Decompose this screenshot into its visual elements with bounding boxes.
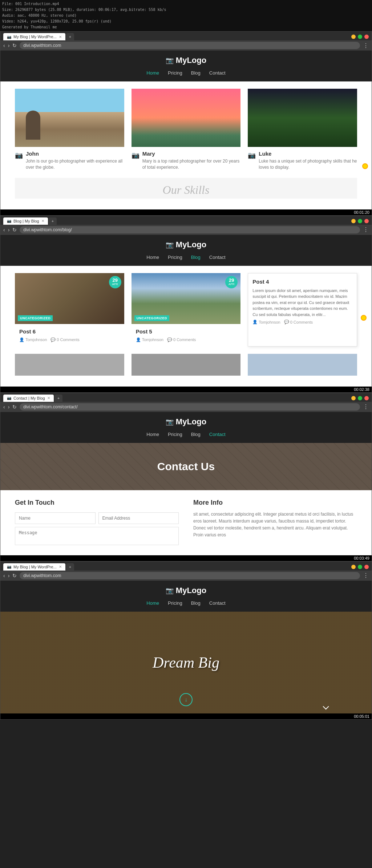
nav-blog-4[interactable]: Blog <box>191 600 201 606</box>
back-btn-1[interactable]: ‹ <box>3 43 5 48</box>
timestamp-2: 00:02:38 <box>0 387 372 392</box>
close-btn-3[interactable] <box>364 396 369 400</box>
close-btn-4[interactable] <box>364 565 369 569</box>
photo-john-img <box>15 89 124 147</box>
maximize-btn-2[interactable] <box>358 219 362 223</box>
timestamp-1: 00:01:20 <box>0 209 372 215</box>
blog-preview-2 <box>132 354 241 376</box>
nav-contact-1[interactable]: Contact <box>209 70 226 76</box>
timestamp-value-4: 00:05:01 <box>354 714 369 719</box>
video-audio: Audio: aac, 48000 Hz, stereo (und) <box>2 13 370 19</box>
tab-contact-3[interactable]: 📷 Contact | My Blog ✕ <box>3 395 54 402</box>
tab-close-1[interactable]: ✕ <box>59 35 62 39</box>
menu-dots-1[interactable]: ⋮ <box>363 42 369 49</box>
tab-home-4[interactable]: 📷 My Blog | My WordPre... ✕ <box>3 563 65 571</box>
post4-title: Post 4 <box>252 279 352 285</box>
blog-card-post6: 29 APR UNCATEGORIZED Post 6 👤 Tomjohnson… <box>15 273 124 347</box>
url-box-4[interactable]: divi.wpwithtom.com <box>20 572 360 579</box>
close-btn-2[interactable] <box>364 219 369 223</box>
tab-blog-2[interactable]: 📷 Blog | My Blog ✕ <box>3 217 48 225</box>
maximize-btn-1[interactable] <box>358 35 362 39</box>
menu-dots-3[interactable]: ⋮ <box>363 403 369 410</box>
refresh-btn-3[interactable]: ↻ <box>12 404 17 410</box>
post6-content: Post 6 👤 Tomjohnson 💬 0 Comments <box>15 324 124 347</box>
contact-body: Get In Touch More Info sit amet, consect… <box>0 490 372 555</box>
more-info-title: More Info <box>193 499 357 507</box>
contact-message-input[interactable] <box>15 527 179 545</box>
back-btn-2[interactable]: ‹ <box>3 227 5 233</box>
photographer-name-mary: Mary <box>142 151 241 157</box>
video-filename: File: 001 Introduction.mp4 <box>2 1 370 7</box>
contact-name-input[interactable] <box>15 512 96 524</box>
minimize-btn-3[interactable] <box>351 396 356 400</box>
nav-pricing-2[interactable]: Pricing <box>168 255 182 260</box>
tab-close-3[interactable]: ✕ <box>47 396 50 400</box>
photographers-section: 📷 John John is our go-to photographer wi… <box>0 81 372 209</box>
section-title: Our Skills <box>15 183 357 197</box>
refresh-btn-4[interactable]: ↻ <box>12 573 17 579</box>
tab-close-4[interactable]: ✕ <box>59 565 62 569</box>
back-btn-4[interactable]: ‹ <box>3 573 5 579</box>
post6-meta: 👤 Tomjohnson 💬 0 Comments <box>19 337 120 342</box>
refresh-btn-2[interactable]: ↻ <box>12 227 17 233</box>
photographer-icon-luke: 📷 <box>248 151 256 159</box>
tab-plus-4[interactable]: + <box>66 563 74 571</box>
forward-btn-4[interactable]: › <box>8 573 10 579</box>
url-box-3[interactable]: divi.wpwithtom.com/contact/ <box>20 403 360 411</box>
nav-home-3[interactable]: Home <box>146 432 159 437</box>
video-info: Video: h264, yuv420p, 1280x720, 25.00 fp… <box>2 19 370 24</box>
minimize-btn-4[interactable] <box>351 565 356 569</box>
maximize-btn-4[interactable] <box>358 565 362 569</box>
nav-contact-3[interactable]: Contact <box>209 432 226 437</box>
photographer-desc-luke: Luke has a unique set of photography ski… <box>259 158 357 171</box>
scroll-down-btn[interactable]: ↓ <box>179 693 193 706</box>
contact-email-input[interactable] <box>98 512 179 524</box>
contact-form-area: Get In Touch <box>15 499 179 547</box>
site-content-3: 📷 MyLogo Home Pricing Blog Contact Conta… <box>0 412 372 555</box>
tab-plus-2[interactable]: + <box>49 217 57 225</box>
back-btn-3[interactable]: ‹ <box>3 404 5 410</box>
site-nav-1: Home Pricing Blog Contact <box>0 68 372 78</box>
tab-bar-3: 📷 Contact | My Blog ✕ + <box>0 393 372 402</box>
forward-btn-2[interactable]: › <box>8 227 10 233</box>
tab-title-3: Contact | My Blog <box>13 396 45 400</box>
tab-title-2: Blog | My Blog <box>13 219 39 223</box>
nav-contact-2[interactable]: Contact <box>209 255 226 260</box>
tab-plus-3[interactable]: + <box>54 395 62 402</box>
menu-dots-2[interactable]: ⋮ <box>363 226 369 233</box>
site-nav-4: Home Pricing Blog Contact <box>0 598 372 608</box>
address-bar-3: ‹ › ↻ divi.wpwithtom.com/contact/ ⋮ <box>0 402 372 412</box>
video-generated: Generated by Thumbnail me <box>2 24 370 30</box>
tab-plus-1[interactable]: + <box>66 33 74 40</box>
home-hero: Dream Big ↓ <box>0 612 372 713</box>
post6-title: Post 6 <box>19 328 120 335</box>
nav-blog-3[interactable]: Blog <box>191 432 201 437</box>
maximize-btn-3[interactable] <box>358 396 362 400</box>
nav-home-2[interactable]: Home <box>146 255 159 260</box>
logo-text-3: MyLogo <box>176 417 206 427</box>
nav-pricing-1[interactable]: Pricing <box>168 70 182 76</box>
nav-pricing-4[interactable]: Pricing <box>168 600 182 606</box>
refresh-btn-1[interactable]: ↻ <box>12 43 17 48</box>
nav-blog-1[interactable]: Blog <box>191 70 201 76</box>
forward-btn-1[interactable]: › <box>8 43 10 48</box>
close-btn-1[interactable] <box>364 35 369 39</box>
nav-home-4[interactable]: Home <box>146 600 159 606</box>
nav-home-1[interactable]: Home <box>146 70 159 76</box>
site-content-4: 📷 MyLogo Home Pricing Blog Contact Dream… <box>0 581 372 713</box>
tab-myblog-1[interactable]: 📷 My Blog | My WordPre... ✕ <box>3 33 65 40</box>
nav-blog-2[interactable]: Blog <box>191 255 201 260</box>
minimize-btn-2[interactable] <box>351 219 356 223</box>
nav-pricing-3[interactable]: Pricing <box>168 432 182 437</box>
nav-contact-4[interactable]: Contact <box>209 600 226 606</box>
url-box-2[interactable]: divi.wpwithtom.com/blog/ <box>20 226 360 233</box>
tab-close-2[interactable]: ✕ <box>41 219 44 223</box>
hero-text: Dream Big <box>153 654 219 671</box>
address-bar-1: ‹ › ↻ divi.wpwithtom.com ⋮ <box>0 40 372 51</box>
post4-meta: 👤 Tomjohnson 💬 0 Comments <box>252 320 352 324</box>
menu-dots-4[interactable]: ⋮ <box>363 572 369 579</box>
url-box-1[interactable]: divi.wpwithtom.com <box>20 42 360 49</box>
minimize-btn-1[interactable] <box>351 35 356 39</box>
tab-bar-4: 📷 My Blog | My WordPre... ✕ + <box>0 562 372 571</box>
forward-btn-3[interactable]: › <box>8 404 10 410</box>
